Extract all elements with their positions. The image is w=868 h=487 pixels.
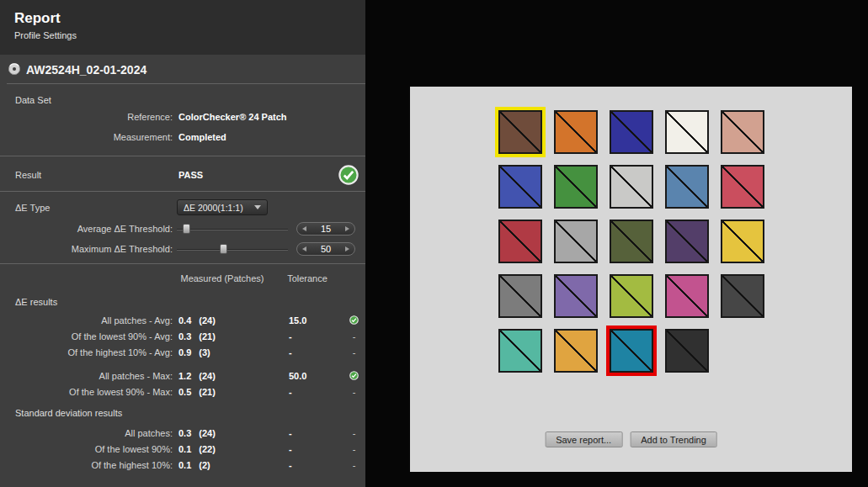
- de-results-label: ΔE results: [15, 297, 57, 307]
- std-results-group: All patches:0.3(24)--Of the lowest 90%:0…: [0, 425, 365, 473]
- color-patch-8[interactable]: [610, 165, 653, 209]
- row-status: -: [343, 387, 365, 397]
- stepper-increase-icon[interactable]: [345, 226, 349, 231]
- de-results-group-2: All patches - Max:1.2(24)50.0Of the lowe…: [0, 368, 365, 400]
- row-status: -: [343, 428, 365, 438]
- color-patch-19[interactable]: [665, 274, 709, 318]
- average-threshold-slider[interactable]: [177, 222, 288, 236]
- row-status: [343, 315, 365, 325]
- color-patch-2[interactable]: [554, 110, 598, 154]
- row-status: [343, 371, 365, 380]
- row-tolerance: -: [272, 444, 343, 454]
- color-patch-14[interactable]: [665, 220, 709, 263]
- de-results-group-1: All patches - Avg:0.4(24)15.0Of the lowe…: [0, 312, 365, 360]
- chevron-down-icon: [254, 205, 261, 209]
- row-tolerance: -: [272, 460, 343, 470]
- color-patch-16[interactable]: [498, 274, 542, 318]
- row-label: Of the highest 10%:: [0, 460, 173, 470]
- de-type-selected: ΔE 2000(1:1:1): [184, 203, 243, 213]
- row-measured: 0.1(2): [173, 460, 272, 470]
- average-threshold-stepper[interactable]: 15: [296, 222, 355, 236]
- maximum-threshold-label: Maximum ΔE Threshold:: [0, 244, 173, 254]
- std-results-label: Standard deviation results: [15, 408, 122, 418]
- color-patch-9[interactable]: [665, 165, 709, 209]
- color-patch-1[interactable]: [498, 110, 542, 154]
- row-tolerance: -: [272, 387, 343, 397]
- color-patch-15[interactable]: [721, 220, 764, 263]
- slider-track[interactable]: [177, 249, 288, 251]
- color-patch-13[interactable]: [610, 220, 653, 263]
- average-threshold-value: 15: [306, 224, 345, 234]
- result-row: All patches:0.3(24)--: [0, 425, 365, 441]
- measured-column-header: Measured (Patches): [173, 273, 272, 283]
- row-status: -: [343, 444, 365, 454]
- color-patch-22[interactable]: [554, 329, 598, 373]
- row-label: Of the lowest 90%:: [0, 444, 173, 454]
- color-patch-21[interactable]: [498, 329, 542, 373]
- stepper-increase-icon[interactable]: [345, 246, 349, 251]
- reference-label: Reference:: [0, 112, 173, 122]
- row-label: Of the lowest 90% - Avg:: [0, 331, 173, 341]
- row-measured: 0.3(24): [173, 428, 272, 438]
- row-tolerance: -: [272, 331, 343, 341]
- result-row: Of the highest 10% - Avg:0.9(3)--: [0, 344, 365, 360]
- row-status: -: [343, 331, 365, 341]
- result-row: All patches - Avg:0.4(24)15.0: [0, 312, 365, 328]
- report-settings-panel: AW2524H_02-01-2024 Data Set Reference: C…: [0, 55, 365, 487]
- result-row: Of the lowest 90% - Max:0.5(21)--: [0, 384, 365, 400]
- color-patch-24[interactable]: [665, 329, 709, 373]
- tolerance-column-header: Tolerance: [272, 273, 343, 283]
- maximum-threshold-slider[interactable]: [177, 242, 288, 256]
- slider-thumb[interactable]: [183, 224, 190, 234]
- save-report-button[interactable]: Save report...: [545, 431, 622, 447]
- result-row: All patches - Max:1.2(24)50.0: [0, 368, 365, 384]
- color-patch-3[interactable]: [610, 110, 653, 154]
- row-tolerance: -: [272, 428, 343, 438]
- maximum-threshold-row: Maximum ΔE Threshold: 50: [0, 241, 365, 257]
- separator: [0, 156, 365, 156]
- row-label: Of the highest 10% - Avg:: [0, 347, 173, 357]
- color-patch-12[interactable]: [554, 220, 598, 263]
- data-set-label: Data Set: [15, 95, 51, 105]
- measurement-label: Measurement:: [0, 132, 173, 142]
- result-row: Of the lowest 90% - Avg:0.3(21)--: [0, 328, 365, 344]
- patch-grid: [498, 110, 764, 373]
- color-patch-6[interactable]: [498, 165, 542, 209]
- pass-check-icon: [349, 371, 359, 380]
- color-patch-20[interactable]: [721, 274, 764, 318]
- color-patch-7[interactable]: [554, 165, 598, 209]
- slider-thumb[interactable]: [220, 244, 227, 254]
- row-tolerance: -: [272, 347, 343, 357]
- row-measured: 0.5(21): [173, 387, 272, 397]
- reference-row: Reference: ColorChecker® 24 Patch: [0, 112, 365, 122]
- average-threshold-row: Average ΔE Threshold: 15: [0, 221, 365, 236]
- reference-value: ColorChecker® 24 Patch: [173, 112, 365, 122]
- device-name: AW2524H_02-01-2024: [26, 63, 146, 77]
- color-patch-5[interactable]: [721, 110, 764, 154]
- header: Report Profile Settings: [0, 0, 365, 55]
- de-type-label: ΔE Type: [15, 203, 50, 213]
- device-header: AW2524H_02-01-2024: [8, 62, 146, 77]
- color-patch-4[interactable]: [665, 110, 709, 154]
- add-to-trending-button[interactable]: Add to Trending: [630, 431, 717, 447]
- disc-icon: [8, 62, 21, 77]
- row-measured: 0.4(24): [173, 315, 272, 326]
- result-row: Of the highest 10%:0.1(2)--: [0, 457, 365, 473]
- color-patch-11[interactable]: [498, 220, 542, 263]
- row-tolerance: 15.0: [272, 315, 343, 326]
- maximum-threshold-value: 50: [306, 244, 345, 254]
- de-type-dropdown[interactable]: ΔE 2000(1:1:1): [177, 199, 268, 215]
- row-label: All patches - Avg:: [0, 315, 173, 326]
- color-patch-23[interactable]: [610, 329, 653, 373]
- slider-track[interactable]: [177, 229, 288, 230]
- result-value: PASS: [178, 170, 203, 180]
- color-patch-18[interactable]: [610, 274, 653, 318]
- row-measured: 0.1(22): [173, 444, 272, 454]
- color-patch-17[interactable]: [554, 274, 598, 318]
- maximum-threshold-stepper[interactable]: 50: [296, 242, 355, 256]
- result-row: Result PASS: [0, 164, 365, 186]
- row-label: Of the lowest 90% - Max:: [0, 387, 173, 397]
- row-measured: 0.3(21): [173, 331, 272, 341]
- color-patch-10[interactable]: [721, 165, 764, 209]
- page-subtitle: Profile Settings: [14, 30, 365, 40]
